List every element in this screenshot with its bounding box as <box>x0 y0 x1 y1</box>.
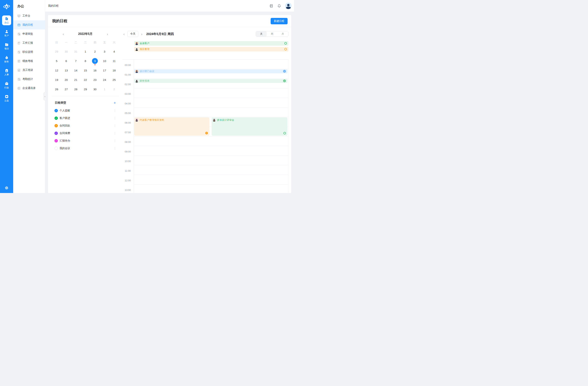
next-day-button[interactable]: › <box>140 32 143 36</box>
day-cell[interactable]: 11 <box>109 56 119 65</box>
day-cell[interactable]: 29 <box>81 85 90 94</box>
view-mode-周[interactable]: 周 <box>267 31 277 37</box>
performance-icon <box>17 60 21 63</box>
day-cell[interactable]: 1 <box>81 47 90 56</box>
view-mode-天[interactable]: 天 <box>256 31 267 37</box>
rail-item-财务[interactable]: ¥财务 <box>2 54 11 64</box>
view-mode-月[interactable]: 月 <box>277 31 288 37</box>
type-checkbox-checked[interactable]: ✓ <box>54 124 58 128</box>
day-cell[interactable]: 23 <box>90 75 100 85</box>
admin-icon <box>5 82 9 86</box>
day-cell[interactable]: 26 <box>52 85 62 94</box>
allday-event[interactable]: 项目整理 <box>134 47 288 51</box>
day-cell[interactable]: 30 <box>62 47 71 56</box>
day-cell[interactable]: 18 <box>109 65 119 75</box>
day-cell[interactable]: 16 <box>90 65 100 75</box>
day-cell[interactable]: 28 <box>71 85 81 94</box>
type-checkbox-checked[interactable]: ✓ <box>54 116 58 120</box>
prev-day-button[interactable]: ‹ <box>123 32 126 36</box>
hour-line <box>134 165 288 165</box>
rail-item-云盘[interactable]: 云盘 <box>2 93 11 103</box>
new-schedule-button[interactable]: 新建日程 <box>271 18 288 24</box>
day-cell[interactable]: 19 <box>52 75 62 85</box>
rail-item-label: 人事 <box>4 73 9 76</box>
day-cell[interactable]: 24 <box>100 75 109 85</box>
day-cell[interactable]: 6 <box>62 56 71 65</box>
day-cell[interactable]: 30 <box>90 85 100 94</box>
day-cell[interactable]: 5 <box>52 56 62 65</box>
type-checkbox-checked[interactable]: ✓ <box>54 139 58 143</box>
kebab-icon[interactable]: ⋮ <box>113 139 117 143</box>
day-cell[interactable]: 3 <box>100 47 109 56</box>
rail-item-label: 财务 <box>4 60 9 63</box>
day-cell[interactable]: 17 <box>100 65 109 75</box>
submenu-item-我的日程[interactable]: 我的日程 <box>13 20 45 29</box>
day-cell[interactable]: 1 <box>100 85 109 94</box>
day-cell[interactable]: 31 <box>71 47 81 56</box>
submenu-item-label: 企业通讯录 <box>22 86 36 90</box>
day-cell[interactable]: 10 <box>100 56 109 65</box>
next-month-button[interactable]: › <box>107 32 108 36</box>
kebab-icon[interactable]: ⋮ <box>113 131 117 135</box>
report-icon <box>17 42 21 45</box>
timed-event[interactable]: 约谈客户整理项目资料! <box>134 117 209 136</box>
day-cell[interactable]: 8 <box>81 56 90 65</box>
timed-event[interactable]: 财务报表✓ <box>134 79 287 83</box>
day-cell[interactable]: 2 <box>90 47 100 56</box>
kebab-icon[interactable]: ⋮ <box>113 147 117 150</box>
day-cell-selected[interactable]: 9 <box>90 56 100 65</box>
rail-item-行政[interactable]: 行政 <box>2 81 11 90</box>
day-cell[interactable]: 15 <box>81 65 90 75</box>
rail-item-办公[interactable]: 办公 <box>2 16 11 25</box>
plus-icon[interactable]: + <box>114 101 116 105</box>
mini-calendar-grid: 2930311234567891011121314151617181920212… <box>52 47 119 94</box>
calendar-panel: ‹ 2022年5月 › 日一二三四五六 29303112345678910111… <box>48 27 123 193</box>
app-window: 办公客户项目¥财务人事行政云盘 办公 工作台我的日程申请审批工作汇报职位说明绩效… <box>0 0 294 193</box>
day-cell[interactable]: 14 <box>71 65 81 75</box>
prev-month-button[interactable]: ‹ <box>63 32 64 36</box>
kebab-icon[interactable]: ⋮ <box>113 116 117 120</box>
day-view-header: ‹ 今天 › 2024年5月9日 周四 天周月 <box>123 31 288 37</box>
submenu-item-员工培训[interactable]: 员工培训 <box>13 65 45 75</box>
timed-event[interactable]: 设计部门会议✓ <box>134 69 287 73</box>
sidebar-collapse-button[interactable]: ‹ <box>43 92 46 101</box>
timed-event[interactable]: 参加设计评审会 <box>212 117 288 136</box>
type-checkbox-checked[interactable]: ✓ <box>54 131 58 135</box>
day-cell[interactable]: 4 <box>109 47 119 56</box>
submenu-item-企业通讯录[interactable]: 企业通讯录 <box>13 84 45 93</box>
submenu-title: 办公 <box>13 0 45 11</box>
day-cell[interactable]: 27 <box>62 85 71 94</box>
day-cell[interactable]: 21 <box>71 75 81 85</box>
time-grid: 00:0001:0002:0003:0004:0005:0006:0007:00… <box>123 59 288 193</box>
submenu-item-绩效考核[interactable]: 绩效考核 <box>13 57 45 65</box>
submenu-item-职位说明[interactable]: 职位说明 <box>13 47 45 57</box>
event-title: 参加设计评审会 <box>217 118 234 122</box>
day-cell[interactable]: 7 <box>71 56 81 65</box>
bell-icon[interactable] <box>277 4 281 8</box>
notebook-icon[interactable] <box>269 4 273 8</box>
type-checkbox-checked[interactable]: ✓ <box>54 109 58 112</box>
day-cell[interactable]: 20 <box>62 75 71 85</box>
day-cell[interactable]: 29 <box>52 47 62 56</box>
schedule-icon <box>17 23 21 27</box>
rail-item-客户[interactable]: 客户 <box>2 28 11 38</box>
kebab-icon[interactable]: ⋮ <box>113 109 117 112</box>
day-cell[interactable]: 13 <box>62 65 71 75</box>
rail-item-项目[interactable]: 项目 <box>2 42 11 51</box>
submenu-item-工作汇报[interactable]: 工作汇报 <box>13 39 45 47</box>
rail-item-人事[interactable]: 人事 <box>2 67 11 77</box>
today-button[interactable]: 今天 <box>127 31 138 37</box>
gear-icon[interactable] <box>4 186 9 190</box>
day-cell[interactable]: 22 <box>81 75 90 85</box>
type-checkbox-unchecked[interactable] <box>54 147 58 150</box>
day-cell[interactable]: 12 <box>52 65 62 75</box>
day-view-panel: ‹ 今天 › 2024年5月9日 周四 天周月 会谈客户项目整理 00:0001… <box>123 27 291 193</box>
kebab-icon[interactable]: ⋮ <box>113 124 117 128</box>
submenu-item-工作台[interactable]: 工作台 <box>13 11 45 20</box>
submenu-item-申请审批[interactable]: 申请审批 <box>13 29 45 39</box>
submenu-item-考勤统计[interactable]: 考勤统计 <box>13 75 45 84</box>
allday-event[interactable]: 会谈客户 <box>134 41 288 46</box>
day-cell[interactable]: 2 <box>109 85 119 94</box>
day-cell[interactable]: 25 <box>109 75 119 85</box>
user-avatar[interactable] <box>285 3 292 9</box>
